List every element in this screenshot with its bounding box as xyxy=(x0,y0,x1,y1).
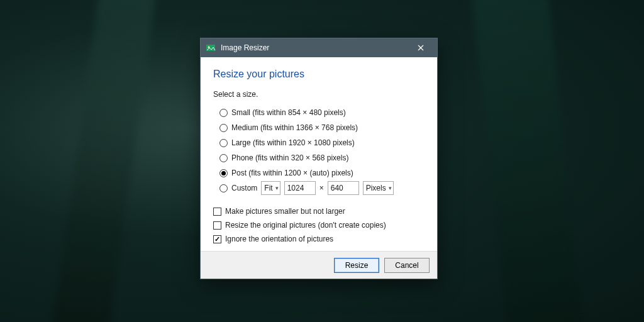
instruction-text: Select a size. xyxy=(213,90,425,99)
chevron-down-icon: ▾ xyxy=(389,185,392,191)
option-custom[interactable]: Custom Fit ▾ 1024 × 640 Pixels ▾ xyxy=(219,180,425,196)
radio-icon xyxy=(219,169,228,177)
option-label: Post (fits within 1200 × (auto) pixels) xyxy=(231,169,353,177)
checkbox-icon xyxy=(213,208,221,216)
check-smaller-only[interactable]: Make pictures smaller but not larger xyxy=(213,204,425,218)
unit-select[interactable]: Pixels ▾ xyxy=(363,181,394,195)
close-button[interactable] xyxy=(408,38,433,57)
titlebar[interactable]: Image Resizer xyxy=(201,38,437,57)
size-options: Small (fits within 854 × 480 pixels) Med… xyxy=(219,105,425,196)
option-medium[interactable]: Medium (fits within 1366 × 768 pixels) xyxy=(219,120,425,135)
radio-icon xyxy=(219,184,228,192)
check-label: Ignore the orientation of pictures xyxy=(225,235,333,243)
resize-dialog: Image Resizer Resize your pictures Selec… xyxy=(200,38,438,279)
fit-mode-select[interactable]: Fit ▾ xyxy=(261,181,280,195)
option-label: Phone (fits within 320 × 568 pixels) xyxy=(231,153,348,162)
option-label: Small (fits within 854 × 480 pixels) xyxy=(231,108,346,117)
custom-controls: Fit ▾ 1024 × 640 Pixels ▾ xyxy=(261,181,393,195)
checkbox-icon xyxy=(213,235,221,243)
dialog-footer: Resize Cancel xyxy=(201,251,437,279)
resize-button[interactable]: Resize xyxy=(334,258,379,273)
radio-icon xyxy=(219,139,228,147)
options-checks: Make pictures smaller but not larger Res… xyxy=(213,204,425,246)
radio-icon xyxy=(219,109,228,117)
unit-value: Pixels xyxy=(366,184,386,192)
check-ignore-orientation[interactable]: Ignore the orientation of pictures xyxy=(213,232,425,246)
close-icon xyxy=(418,45,424,51)
option-post[interactable]: Post (fits within 1200 × (auto) pixels) xyxy=(219,165,425,180)
check-overwrite[interactable]: Resize the original pictures (don't crea… xyxy=(213,218,425,232)
checkbox-icon xyxy=(213,221,221,230)
chevron-down-icon: ▾ xyxy=(275,185,279,191)
option-label: Large (fits within 1920 × 1080 pixels) xyxy=(231,138,355,147)
width-input[interactable]: 1024 xyxy=(284,181,316,195)
app-icon xyxy=(206,43,216,53)
cancel-button[interactable]: Cancel xyxy=(384,258,430,273)
option-label: Medium (fits within 1366 × 768 pixels) xyxy=(231,123,358,132)
dialog-content: Resize your pictures Select a size. Smal… xyxy=(201,57,437,251)
times-symbol: × xyxy=(319,184,324,192)
dialog-heading: Resize your pictures xyxy=(213,69,425,80)
option-label: Custom xyxy=(231,184,257,192)
fit-mode-value: Fit xyxy=(264,184,272,192)
height-input[interactable]: 640 xyxy=(328,181,359,195)
option-large[interactable]: Large (fits within 1920 × 1080 pixels) xyxy=(219,135,425,150)
window-title: Image Resizer xyxy=(221,43,408,52)
radio-icon xyxy=(219,154,228,162)
check-label: Resize the original pictures (don't crea… xyxy=(225,221,386,230)
option-phone[interactable]: Phone (fits within 320 × 568 pixels) xyxy=(219,150,425,165)
option-small[interactable]: Small (fits within 854 × 480 pixels) xyxy=(219,105,425,120)
check-label: Make pictures smaller but not larger xyxy=(225,207,345,216)
radio-icon xyxy=(219,124,228,132)
